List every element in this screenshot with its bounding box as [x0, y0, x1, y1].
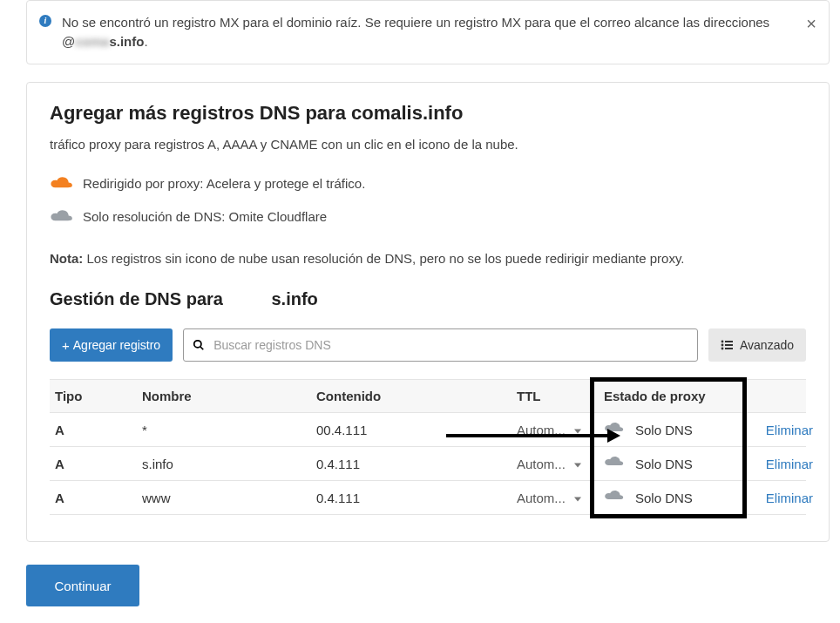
cell-name: *	[142, 423, 316, 437]
cell-name: www	[142, 491, 316, 505]
advanced-label: Avanzado	[740, 338, 794, 352]
svg-point-0	[194, 341, 201, 348]
cell-name: s.info	[142, 457, 316, 471]
table-row[interactable]: A s.info 0.4.111 Autom... Solo DNS Elimi…	[50, 447, 806, 481]
search-wrap[interactable]	[183, 328, 698, 362]
cell-ttl[interactable]: Autom...	[517, 491, 604, 505]
cell-type: A	[55, 491, 142, 505]
cell-proxy[interactable]: Solo DNS	[604, 422, 743, 437]
search-icon	[193, 339, 205, 351]
card-title: Agregar más registros DNS para comalis.i…	[50, 102, 806, 125]
chevron-down-icon	[574, 463, 581, 468]
chevron-down-icon	[574, 497, 581, 502]
cloud-grey-icon	[604, 422, 628, 437]
delete-link[interactable]: Eliminar	[743, 423, 813, 437]
cell-proxy[interactable]: Solo DNS	[604, 456, 743, 471]
cell-content: 0.4.111	[316, 491, 517, 505]
header-ttl: TTL	[517, 389, 604, 403]
table-header: Tipo Nombre Contenido TTL Estado de prox…	[50, 379, 806, 413]
cell-ttl[interactable]: Autom...	[517, 457, 604, 471]
advanced-button[interactable]: Avanzado	[708, 328, 806, 362]
cell-proxy[interactable]: Solo DNS	[604, 490, 743, 505]
dns-card: Agregar más registros DNS para comalis.i…	[26, 82, 830, 543]
cloud-grey-icon	[604, 490, 628, 505]
card-intro: tráfico proxy para registros A, AAAA y C…	[50, 137, 806, 152]
close-icon[interactable]: ×	[806, 15, 816, 32]
header-proxy: Estado de proxy	[604, 389, 743, 403]
dns-table: Tipo Nombre Contenido TTL Estado de prox…	[50, 379, 806, 515]
cell-content: 00.4.111	[316, 423, 517, 437]
svg-rect-5	[725, 344, 733, 346]
list-icon	[721, 340, 733, 350]
svg-rect-3	[725, 341, 733, 342]
add-record-button[interactable]: + Agregar registro	[50, 328, 173, 362]
svg-rect-7	[725, 348, 733, 349]
legend-dns-only: Solo resolución de DNS: Omite Cloudflare	[50, 209, 806, 225]
search-input[interactable]	[212, 337, 688, 353]
cloud-grey-icon	[604, 456, 628, 471]
cell-type: A	[55, 423, 142, 437]
toolbar: + Agregar registro Avanzado	[50, 328, 806, 362]
svg-point-6	[721, 348, 724, 350]
info-icon: i	[39, 15, 51, 27]
chevron-down-icon	[574, 429, 581, 434]
mx-missing-alert: i No se encontró un registro MX para el …	[26, 0, 830, 64]
cell-type: A	[55, 457, 142, 471]
cloud-grey-icon	[50, 209, 74, 225]
legend-proxy-text: Redirigido por proxy: Acelera y protege …	[83, 176, 365, 191]
table-row[interactable]: A www 0.4.111 Autom... Solo DNS Eliminar	[50, 481, 806, 515]
plus-icon: +	[62, 339, 70, 352]
cell-ttl[interactable]: Autom...	[517, 423, 604, 437]
note: Nota: Los registros sin icono de nube us…	[50, 249, 694, 269]
table-row[interactable]: A * 00.4.111 Autom... Solo DNS Eliminar	[50, 413, 806, 447]
continue-button[interactable]: Continuar	[26, 565, 139, 606]
alert-text: No se encontró un registro MX para el do…	[62, 15, 769, 49]
cell-content: 0.4.111	[316, 457, 517, 471]
header-type: Tipo	[55, 389, 142, 403]
header-name: Nombre	[142, 389, 316, 403]
delete-link[interactable]: Eliminar	[743, 457, 813, 471]
svg-point-4	[721, 344, 724, 347]
svg-line-1	[200, 347, 204, 350]
mgmt-title: Gestión de DNS para s.info	[50, 289, 806, 309]
legend-proxy: Redirigido por proxy: Acelera y protege …	[50, 176, 806, 192]
header-content: Contenido	[316, 389, 517, 403]
cloud-orange-icon	[50, 176, 74, 192]
legend-dns-only-text: Solo resolución de DNS: Omite Cloudflare	[83, 209, 327, 224]
add-record-label: Agregar registro	[73, 338, 160, 352]
svg-point-2	[721, 341, 724, 343]
delete-link[interactable]: Eliminar	[743, 491, 813, 505]
